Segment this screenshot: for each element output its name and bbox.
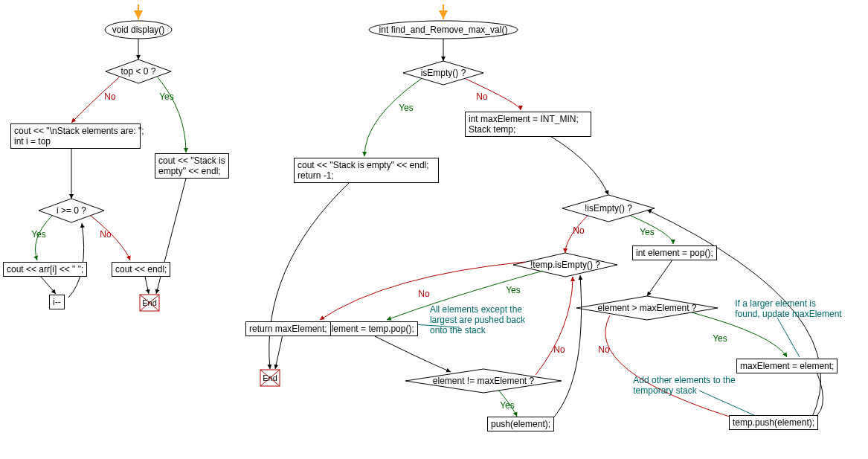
right-start-label: int find_and_Remove_max_val() bbox=[379, 25, 508, 35]
svg-line-20 bbox=[699, 391, 757, 417]
right-cond-empty: isEmpty() ? bbox=[421, 68, 466, 78]
left-box-empty: cout << "Stack is empty" << endl; bbox=[155, 153, 229, 179]
svg-line-19 bbox=[777, 318, 800, 357]
left-start-label: void display() bbox=[112, 25, 165, 35]
right-box-return: return maxElement; bbox=[245, 321, 331, 336]
right-box-pop: int element = pop(); bbox=[632, 245, 717, 260]
left-cond-i: i >= 0 ? bbox=[57, 205, 86, 216]
svg-line-22 bbox=[413, 324, 460, 327]
left-end: End bbox=[142, 298, 157, 307]
svg-line-7 bbox=[145, 277, 149, 294]
right-box-temppush: temp.push(element); bbox=[729, 415, 818, 430]
svg-line-17 bbox=[647, 259, 673, 296]
left-cond-top: top < 0 ? bbox=[120, 66, 155, 77]
svg-line-24 bbox=[275, 335, 283, 369]
left-box-endl: cout << endl; bbox=[112, 262, 170, 277]
right-cond-loop2: !temp.isEmpty() ? bbox=[530, 260, 600, 270]
right-box-emptybranch: cout << "Stack is empty" << endl; return… bbox=[294, 158, 439, 183]
right-box-push: push(element); bbox=[487, 417, 554, 431]
right-cond-gt: element > maxElement ? bbox=[597, 303, 696, 313]
left-box-header: cout << "\nStack elements are: "; int i … bbox=[10, 123, 141, 149]
left-box-dec: i-- bbox=[49, 295, 65, 309]
right-box-setmax: maxElement = element; bbox=[736, 359, 838, 373]
right-end: End bbox=[263, 373, 277, 382]
right-cond-loop1: !isEmpty() ? bbox=[585, 203, 632, 214]
left-box-print: cout << arr[i] << " "; bbox=[3, 262, 87, 277]
right-box-init: int maxElement = INT_MIN; Stack temp; bbox=[465, 112, 591, 137]
right-cond-neq: element != maxElement ? bbox=[433, 376, 534, 386]
svg-line-6 bbox=[41, 277, 56, 294]
